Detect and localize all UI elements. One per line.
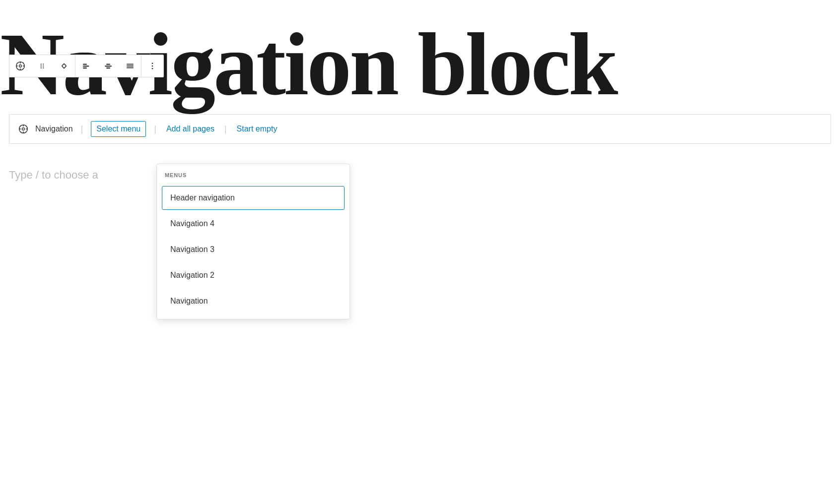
svg-point-5 — [19, 65, 22, 67]
align-center-icon[interactable] — [97, 55, 119, 77]
navigation-bar: Navigation | Select menu | Add all pages… — [9, 114, 831, 144]
drag-icon[interactable] — [31, 55, 53, 77]
svg-rect-14 — [83, 67, 87, 68]
toolbar-group-3 — [141, 55, 163, 77]
nav-separator-2: | — [154, 124, 156, 134]
chevron-updown-icon[interactable] — [53, 55, 75, 77]
placeholder-text: Type / to choose a — [9, 169, 98, 182]
svg-rect-20 — [127, 67, 134, 68]
toolbar-group-2 — [75, 55, 141, 77]
svg-point-6 — [41, 63, 42, 64]
align-justify-icon[interactable] — [119, 55, 141, 77]
svg-rect-13 — [83, 65, 89, 66]
start-empty-button[interactable]: Start empty — [235, 122, 280, 136]
nav-separator-3: | — [224, 124, 227, 134]
svg-rect-12 — [83, 64, 87, 65]
more-options-icon[interactable] — [141, 55, 163, 77]
menu-item-navigation-3[interactable]: Navigation 3 — [162, 238, 345, 261]
menu-dropdown: MENUS Header navigation Navigation 4 Nav… — [156, 164, 350, 319]
svg-rect-19 — [127, 65, 134, 66]
menu-item-navigation-2[interactable]: Navigation 2 — [162, 263, 345, 287]
nav-separator-1: | — [81, 124, 83, 134]
align-left-icon[interactable] — [75, 55, 97, 77]
toolbar-group-1 — [9, 55, 75, 77]
menu-item-navigation[interactable]: Navigation — [162, 289, 345, 313]
svg-point-11 — [43, 67, 44, 68]
menu-item-header-navigation[interactable]: Header navigation — [162, 186, 345, 210]
nav-label: Navigation — [35, 125, 73, 133]
block-toolbar — [9, 55, 164, 77]
nav-compass-icon — [17, 123, 29, 135]
svg-rect-15 — [106, 64, 110, 65]
svg-point-7 — [43, 63, 44, 64]
svg-rect-18 — [127, 64, 134, 65]
svg-point-23 — [152, 68, 153, 69]
svg-rect-16 — [105, 65, 112, 66]
dropdown-section-label: MENUS — [157, 172, 350, 184]
svg-point-21 — [152, 63, 153, 64]
menu-item-navigation-4[interactable]: Navigation 4 — [162, 212, 345, 236]
select-menu-button[interactable]: Select menu — [91, 121, 146, 137]
compass-icon[interactable] — [9, 55, 31, 77]
svg-point-8 — [41, 65, 42, 66]
svg-point-29 — [22, 128, 25, 130]
svg-point-22 — [152, 65, 153, 67]
svg-point-10 — [41, 67, 42, 68]
add-all-pages-button[interactable]: Add all pages — [164, 122, 216, 136]
svg-rect-17 — [106, 67, 110, 68]
svg-point-9 — [43, 65, 44, 66]
